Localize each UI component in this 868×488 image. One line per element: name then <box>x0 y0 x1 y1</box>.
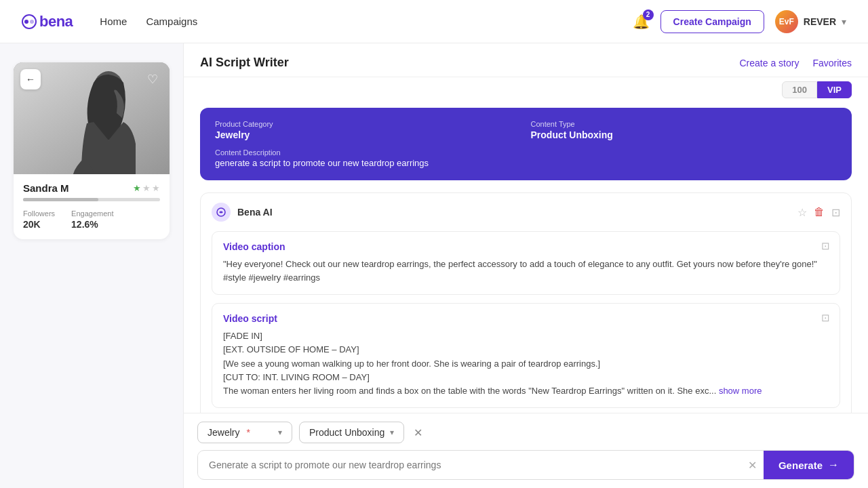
create-campaign-button[interactable]: Create Campaign <box>660 10 764 33</box>
content-type-label: Content Type <box>531 120 837 128</box>
rating-stars: ★ ★ ★ <box>133 183 160 193</box>
required-marker: * <box>246 427 250 438</box>
script-line-3: [We see a young woman walking up to her … <box>223 359 600 369</box>
content-type-dropdown[interactable]: Product Unboxing ▾ <box>299 422 404 443</box>
nav-campaigns[interactable]: Campaigns <box>146 16 197 27</box>
ai-action-buttons: ☆ 🗑 ⊡ <box>797 206 840 219</box>
expand-icon[interactable]: ⊡ <box>831 206 840 219</box>
svg-point-2 <box>30 20 34 24</box>
generate-label: Generate <box>778 460 823 471</box>
tab-vip[interactable]: VIP <box>817 81 852 98</box>
username: REVER <box>804 16 836 27</box>
script-line-1: [FADE IN] <box>223 331 262 341</box>
bell-badge: 2 <box>643 9 654 20</box>
nav-right: 🔔 2 Create Campaign EvF REVER ▾ <box>633 10 846 33</box>
chevron-down-icon: ▾ <box>842 16 846 27</box>
tabs-row: 100 VIP <box>184 77 868 98</box>
bottom-dropdowns: Jewelry * ▾ Product Unboxing ▾ ✕ <box>197 422 854 443</box>
followers-value: 20K <box>23 219 55 230</box>
logo-text: bena <box>39 13 73 30</box>
engagement-bar-fill <box>23 198 98 201</box>
content-type-label: Product Unboxing <box>309 427 384 438</box>
script-line-4: [CUT TO: INT. LIVING ROOM – DAY] <box>223 372 370 382</box>
main-layout: ← ♡ Sandra M ★ ★ ★ Followers <box>0 43 868 488</box>
engagement-label: Engagement <box>71 209 113 218</box>
influencer-name-row: Sandra M ★ ★ ★ <box>23 182 160 194</box>
favorite-button[interactable]: ♡ <box>142 69 163 89</box>
ai-sender: Bena AI <box>212 203 273 222</box>
back-button[interactable]: ← <box>20 69 41 89</box>
script-header-actions: Create a story Favorites <box>739 58 852 68</box>
avatar: EvF <box>775 10 798 33</box>
video-script-text: [FADE IN] [EXT. OUTSIDE OF HOME – DAY] [… <box>223 329 829 398</box>
ai-sender-name: Bena AI <box>237 207 273 218</box>
script-line-5: The woman enters her living room and fin… <box>223 386 716 396</box>
info-card: Product Category Jewelry Content Type Pr… <box>200 108 852 180</box>
influencer-info: Sandra M ★ ★ ★ Followers 20K <box>14 174 170 239</box>
star-1: ★ <box>133 183 141 193</box>
content-desc-value: generate a script to promote our new tea… <box>215 158 837 168</box>
close-dropdowns-button[interactable]: ✕ <box>414 426 422 439</box>
chevron-down-icon: ▾ <box>278 428 282 437</box>
create-story-link[interactable]: Create a story <box>739 58 799 68</box>
ai-response-header: Bena AI ☆ 🗑 ⊡ <box>212 203 840 222</box>
star-2: ★ <box>142 183 151 193</box>
product-category-value: Jewelry <box>215 129 521 140</box>
video-caption-text: "Hey everyone! Check out our new teardro… <box>223 258 829 285</box>
arrow-right-icon: → <box>828 459 839 471</box>
engagement-value: 12.6% <box>71 219 113 230</box>
info-card-grid: Product Category Jewelry Content Type Pr… <box>215 120 837 140</box>
engagement-stat: Engagement 12.6% <box>71 209 113 230</box>
influencer-name: Sandra M <box>23 182 69 194</box>
influencer-card: ← ♡ Sandra M ★ ★ ★ Followers <box>14 62 170 239</box>
ai-response: Bena AI ☆ 🗑 ⊡ Video caption ⊡ "Hey every… <box>200 192 852 413</box>
video-script-title: Video script <box>223 313 829 324</box>
category-label: Jewelry <box>208 427 239 438</box>
video-caption-title: Video caption <box>223 241 829 252</box>
script-title: AI Script Writer <box>200 56 289 70</box>
influencer-stats: Followers 20K Engagement 12.6% <box>23 209 160 230</box>
nav-home[interactable]: Home <box>100 16 127 27</box>
user-menu[interactable]: EvF REVER ▾ <box>775 10 846 33</box>
content-type-value: Product Unboxing <box>531 129 837 140</box>
clear-input-button[interactable]: ✕ <box>741 459 764 472</box>
navbar: bena Home Campaigns 🔔 2 Create Campaign … <box>0 0 868 43</box>
star-3: ★ <box>152 183 160 193</box>
avatar-initials: EvF <box>779 17 794 26</box>
script-body: Product Category Jewelry Content Type Pr… <box>184 98 868 413</box>
svg-point-1 <box>24 20 28 24</box>
input-bar: ✕ Generate → <box>197 450 854 480</box>
influencer-image: ← ♡ <box>14 62 170 174</box>
category-dropdown[interactable]: Jewelry * ▾ <box>197 422 292 443</box>
product-category-item: Product Category Jewelry <box>215 120 521 140</box>
copy-script-button[interactable]: ⊡ <box>821 312 830 324</box>
bell-button[interactable]: 🔔 2 <box>633 14 650 30</box>
video-caption-block: Video caption ⊡ "Hey everyone! Check out… <box>212 231 840 295</box>
tab-100[interactable]: 100 <box>782 81 817 98</box>
script-line-2: [EXT. OUTSIDE OF HOME – DAY] <box>223 344 359 354</box>
content-desc-label: Content Description <box>215 148 837 157</box>
bottom-bar: Jewelry * ▾ Product Unboxing ▾ ✕ ✕ Gener… <box>184 413 868 488</box>
logo: bena <box>22 13 73 30</box>
star-icon[interactable]: ☆ <box>797 206 807 219</box>
copy-caption-button[interactable]: ⊡ <box>821 240 830 252</box>
engagement-bar <box>23 198 160 201</box>
followers-label: Followers <box>23 209 55 218</box>
product-category-label: Product Category <box>215 120 521 128</box>
content-desc-item: Content Description generate a script to… <box>215 148 837 168</box>
chevron-down-icon: ▾ <box>390 428 394 437</box>
script-header: AI Script Writer Create a story Favorite… <box>184 43 868 77</box>
right-panel: AI Script Writer Create a story Favorite… <box>183 43 868 488</box>
trash-icon[interactable]: 🗑 <box>814 206 825 218</box>
favorites-link[interactable]: Favorites <box>812 58 852 68</box>
left-panel: ← ♡ Sandra M ★ ★ ★ Followers <box>0 43 183 488</box>
script-input[interactable] <box>198 451 741 479</box>
followers-stat: Followers 20K <box>23 209 55 230</box>
generate-button[interactable]: Generate → <box>764 451 854 479</box>
video-script-block: Video script ⊡ [FADE IN] [EXT. OUTSIDE O… <box>212 303 840 408</box>
show-more-link[interactable]: show more <box>719 386 762 396</box>
content-type-item: Content Type Product Unboxing <box>531 120 837 140</box>
nav-links: Home Campaigns <box>100 16 632 27</box>
ai-avatar <box>212 203 231 222</box>
